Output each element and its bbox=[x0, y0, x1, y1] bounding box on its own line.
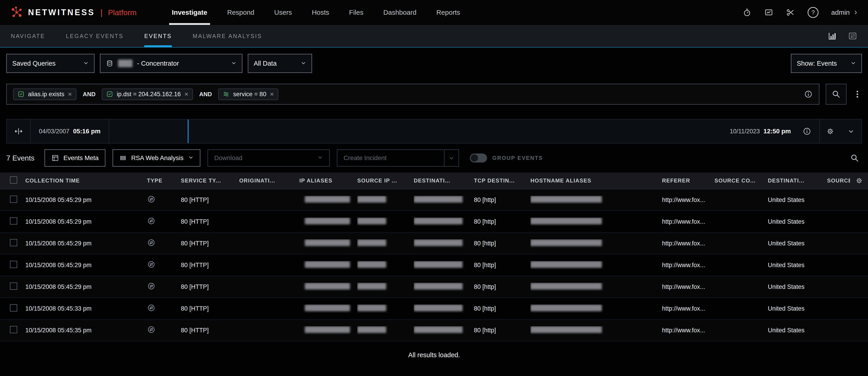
service-concentrator-dropdown[interactable]: - Concentrator bbox=[100, 54, 242, 73]
query-menu-kebab-icon[interactable] bbox=[853, 90, 862, 99]
filter-pill-text: ip.dst = 204.245.162.16 bbox=[117, 91, 181, 98]
col-service-type[interactable]: SERVICE TY... bbox=[181, 177, 239, 184]
filter-pill-ip-dst[interactable]: ip.dst = 204.245.162.16 × bbox=[102, 88, 193, 100]
timeline-start: 04/03/2007 05:16 pm bbox=[31, 119, 109, 143]
reports-chart-icon[interactable] bbox=[764, 8, 773, 17]
columns-icon bbox=[119, 154, 127, 162]
col-source-ip[interactable]: SOURCE IP ... bbox=[357, 177, 414, 184]
time-range-dropdown[interactable]: All Data bbox=[248, 54, 312, 73]
saved-queries-dropdown[interactable]: Saved Queries bbox=[6, 54, 94, 73]
table-row[interactable]: 10/15/2008 05:45:29 pm 80 [HTTP] 80 [htt… bbox=[0, 189, 868, 211]
redacted-source-ip bbox=[357, 261, 386, 268]
col-tcp-destination[interactable]: TCP DESTIN... bbox=[474, 177, 530, 184]
nav-item-dashboard[interactable]: Dashboard bbox=[373, 0, 427, 25]
col-destination-country[interactable]: DESTINATI... bbox=[768, 177, 827, 184]
scissors-icon[interactable] bbox=[786, 8, 795, 17]
select-all-checkbox[interactable] bbox=[10, 176, 17, 183]
cell-referer: http://www.fox... bbox=[662, 305, 714, 312]
col-destination[interactable]: DESTINATI... bbox=[414, 177, 474, 184]
events-meta-button[interactable]: Events Meta bbox=[44, 149, 105, 167]
timeline-selection-marker[interactable] bbox=[188, 119, 189, 143]
events-chart-view-icon[interactable] bbox=[828, 31, 837, 41]
redacted-service-name bbox=[118, 60, 132, 67]
row-checkbox[interactable] bbox=[10, 196, 17, 203]
table-row[interactable]: 10/15/2008 05:45:29 pm 80 [HTTP] 80 [htt… bbox=[0, 233, 868, 255]
nav-item-investigate[interactable]: Investigate bbox=[162, 0, 217, 25]
download-dropdown[interactable]: Download bbox=[208, 149, 330, 167]
nav-item-reports[interactable]: Reports bbox=[427, 0, 470, 25]
table-row[interactable]: 10/15/2008 05:45:33 pm 80 [HTTP] 80 [htt… bbox=[0, 298, 868, 320]
events-timeline[interactable]: 04/03/2007 05:16 pm 10/11/2023 12:50 pm bbox=[6, 119, 862, 144]
brand-name: NETWITNESS bbox=[28, 8, 95, 17]
primary-nav: Investigate Respond Users Hosts Files Da… bbox=[162, 0, 470, 25]
group-events-toggle[interactable] bbox=[470, 153, 487, 163]
row-checkbox[interactable] bbox=[10, 283, 17, 290]
col-source-country[interactable]: SOURCE CO... bbox=[714, 177, 768, 184]
query-filter-input[interactable]: alias.ip exists × AND ip.dst = 204.245.1… bbox=[6, 84, 819, 105]
table-row[interactable]: 10/15/2008 05:45:29 pm 80 [HTTP] 80 [htt… bbox=[0, 276, 868, 298]
nav-item-respond[interactable]: Respond bbox=[217, 0, 264, 25]
col-type[interactable]: TYPE bbox=[147, 177, 181, 184]
close-icon[interactable]: × bbox=[68, 91, 72, 97]
query-info-icon[interactable] bbox=[804, 90, 813, 98]
filter-pill-alias-ip[interactable]: alias.ip exists × bbox=[13, 88, 76, 100]
tab-label: LEGACY EVENTS bbox=[66, 33, 124, 39]
redacted-ip-aliases bbox=[305, 326, 350, 333]
col-ip-aliases[interactable]: IP ALIASES bbox=[299, 177, 357, 184]
nav-item-users[interactable]: Users bbox=[264, 0, 302, 25]
cell-collection-time: 10/15/2008 05:45:29 pm bbox=[25, 218, 147, 225]
table-search-icon[interactable] bbox=[850, 153, 862, 163]
tab-malware-analysis[interactable]: MALWARE ANALYSIS bbox=[193, 25, 262, 47]
filter-pill-service[interactable]: service = 80 × bbox=[218, 88, 278, 100]
timeline-resize-handle-icon[interactable] bbox=[7, 119, 31, 143]
network-event-icon bbox=[147, 195, 156, 203]
cell-service-type: 80 [HTTP] bbox=[181, 305, 239, 312]
timeline-info-icon[interactable] bbox=[803, 127, 811, 136]
row-checkbox[interactable] bbox=[10, 304, 17, 312]
help-icon[interactable]: ? bbox=[808, 7, 818, 18]
col-hostname-aliases[interactable]: HOSTNAME ALIASES bbox=[530, 177, 662, 184]
cell-referer: http://www.fox... bbox=[662, 197, 714, 203]
console-view-icon[interactable] bbox=[848, 31, 857, 41]
table-row[interactable]: 10/15/2008 05:45:35 pm 80 [HTTP] 80 [htt… bbox=[0, 320, 868, 341]
timeline-settings-gear-icon[interactable] bbox=[820, 127, 841, 136]
column-group-label: RSA Web Analysis bbox=[131, 154, 183, 162]
events-table: COLLECTION TIME TYPE SERVICE TY... ORIGI… bbox=[0, 173, 868, 359]
tab-legacy-events[interactable]: LEGACY EVENTS bbox=[66, 25, 124, 47]
row-checkbox[interactable] bbox=[10, 261, 17, 268]
create-incident-button[interactable]: Create Incident bbox=[337, 149, 444, 167]
run-query-search-button[interactable] bbox=[826, 84, 846, 105]
redacted-destination bbox=[414, 196, 463, 203]
brand: NETWITNESS | Platform bbox=[10, 6, 136, 19]
timeline-start-date: 04/03/2007 bbox=[39, 128, 69, 135]
column-settings-gear-icon[interactable] bbox=[850, 177, 868, 185]
cell-tcp-destination: 80 [http] bbox=[474, 240, 530, 247]
cell-tcp-destination: 80 [http] bbox=[474, 283, 530, 290]
column-group-dropdown[interactable]: RSA Web Analysis bbox=[113, 149, 200, 167]
cell-destination-country: United States bbox=[768, 305, 827, 312]
jobs-timer-icon[interactable] bbox=[743, 8, 751, 17]
close-icon[interactable]: × bbox=[270, 91, 274, 97]
timeline-collapse-chevron-icon[interactable] bbox=[841, 128, 862, 135]
cell-service-type: 80 [HTTP] bbox=[181, 218, 239, 225]
create-incident-caret[interactable] bbox=[444, 149, 459, 167]
row-checkbox[interactable] bbox=[10, 326, 17, 333]
nav-item-files[interactable]: Files bbox=[339, 0, 373, 25]
table-row[interactable]: 10/15/2008 05:45:29 pm 80 [HTTP] 80 [htt… bbox=[0, 211, 868, 233]
show-events-dropdown[interactable]: Show: Events bbox=[791, 54, 862, 73]
tab-events[interactable]: EVENTS bbox=[144, 25, 172, 47]
col-originating[interactable]: ORIGINATI... bbox=[239, 177, 299, 184]
col-source[interactable]: SOURCE bbox=[827, 177, 850, 184]
close-icon[interactable]: × bbox=[184, 91, 188, 97]
group-events-control: GROUP EVENTS bbox=[470, 153, 543, 163]
col-referer[interactable]: REFERER bbox=[662, 177, 714, 184]
admin-menu[interactable]: admin bbox=[831, 9, 858, 16]
redacted-source-ip bbox=[357, 283, 386, 290]
row-checkbox[interactable] bbox=[10, 217, 17, 225]
table-row[interactable]: 10/15/2008 05:45:29 pm 80 [HTTP] 80 [htt… bbox=[0, 255, 868, 276]
tab-navigate[interactable]: NAVIGATE bbox=[11, 25, 45, 47]
cell-tcp-destination: 80 [http] bbox=[474, 327, 530, 334]
row-checkbox[interactable] bbox=[10, 239, 17, 246]
col-collection-time[interactable]: COLLECTION TIME bbox=[25, 177, 147, 184]
nav-item-hosts[interactable]: Hosts bbox=[302, 0, 339, 25]
